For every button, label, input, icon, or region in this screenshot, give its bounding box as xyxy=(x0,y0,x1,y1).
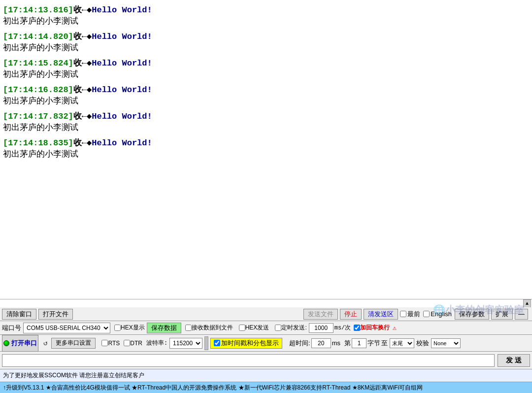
english-checkbox[interactable] xyxy=(423,311,430,317)
baud-label: 波特率: xyxy=(146,339,167,347)
last-checkbox-label[interactable]: 最前 xyxy=(400,310,420,319)
timed-send-input[interactable] xyxy=(309,323,333,333)
hex-send-label[interactable]: HEX发送 xyxy=(239,324,269,332)
terminal-message: Hello World! xyxy=(92,5,152,15)
terminal-message: Hello World! xyxy=(92,112,152,121)
english-checkbox-label[interactable]: English xyxy=(423,310,452,318)
terminal-message: Hello World! xyxy=(92,32,152,41)
multi-port-button[interactable]: 更多串口设置 xyxy=(51,338,96,349)
terminal-label: 收←◆ xyxy=(73,85,92,95)
newline-checkbox[interactable] xyxy=(354,325,360,331)
terminal-line: [17:14:15.824]收←◆Hello World! xyxy=(3,57,529,68)
timeout-input[interactable] xyxy=(311,338,331,348)
terminal-message: Hello World! xyxy=(92,85,152,95)
terminal-entry: [17:14:14.820]收←◆Hello World!初出茅庐的小李测试 xyxy=(3,31,529,53)
timeout-unit: ms xyxy=(332,339,340,347)
terminal-entry: [17:14:15.824]收←◆Hello World!初出茅庐的小李测试 xyxy=(3,57,529,80)
separator xyxy=(204,336,208,350)
status-text: 为了更好地发展SSCOM软件 请您注册嘉立创结尾客户 xyxy=(3,371,144,380)
terminal-timestamp: [17:14:15.824] xyxy=(3,59,73,68)
terminal-area: [17:14:13.816]收←◆Hello World!初出茅庐的小李测试[1… xyxy=(0,0,532,299)
status-bar: 为了更好地发展SSCOM软件 请您注册嘉立创结尾客户 xyxy=(0,369,532,382)
terminal-timestamp: [17:14:18.835] xyxy=(3,138,73,148)
open-file-button[interactable]: 打开文件 xyxy=(38,309,73,320)
port-label: 端口号 xyxy=(2,324,21,332)
byte-from-input[interactable] xyxy=(352,338,366,348)
ticker-text: ↑升级到V5.13.1 ★合宙高性价比4G模块值得一试 ★RT-Thread中国… xyxy=(3,384,423,392)
hex-send-checkbox[interactable] xyxy=(239,325,245,331)
dtr-label[interactable]: DTR xyxy=(124,340,142,347)
stop-button[interactable]: 停止 xyxy=(340,309,362,320)
newline-warning-icon: ⚠ xyxy=(393,324,397,332)
send-row: 发 送 xyxy=(0,352,532,369)
add-timestamp-label[interactable]: 加时间戳和分包显示 xyxy=(210,338,282,349)
terminal-chinese: 初出茅庐的小李测试 xyxy=(3,148,529,160)
terminal-timestamp: [17:14:13.816] xyxy=(3,5,73,15)
dtr-checkbox[interactable] xyxy=(124,340,130,346)
terminal-timestamp: [17:14:14.820] xyxy=(3,32,73,41)
open-port-button[interactable]: 打开串口 xyxy=(11,336,37,350)
terminal-timestamp: [17:14:17.832] xyxy=(3,112,73,121)
add-timestamp-checkbox[interactable] xyxy=(214,340,220,346)
baud-select[interactable]: 115200 9600 38400 57600 xyxy=(169,338,202,349)
byte-end-select[interactable]: 末尾 xyxy=(390,338,414,348)
timed-send-checkbox[interactable] xyxy=(275,325,281,331)
receive-to-file-checkbox[interactable] xyxy=(185,325,192,331)
terminal-message: Hello World! xyxy=(92,59,152,68)
terminal-chinese: 初出茅庐的小李测试 xyxy=(3,42,529,53)
terminal-entry: [17:14:16.828]收←◆Hello World!初出茅庐的小李测试 xyxy=(3,84,529,106)
checksum-label: 校验 xyxy=(416,339,429,348)
terminal-chinese: 初出茅庐的小李测试 xyxy=(3,122,529,133)
timeout-area: 超时间: ms 第 字节 至 末尾 校验 None CRC16 SUM xyxy=(289,338,461,348)
rts-label[interactable]: RTS xyxy=(101,340,120,347)
clear-window-button[interactable]: 清除窗口 xyxy=(2,309,36,320)
terminal-label: 收←◆ xyxy=(73,59,92,68)
terminal-label: 收←◆ xyxy=(73,112,92,121)
terminal-line: [17:14:16.828]收←◆Hello World! xyxy=(3,84,529,95)
byte-from-label: 第 xyxy=(344,339,351,348)
terminal-chinese: 初出茅庐的小李测试 xyxy=(3,95,529,106)
bottom-area: 清除窗口 打开文件 发送文件 停止 清发送区 最前 English 保存参数 扩… xyxy=(0,307,532,393)
send-button[interactable]: 发 送 xyxy=(498,354,530,367)
hex-display-checkbox[interactable] xyxy=(114,325,121,331)
terminal-line: [17:14:13.816]收←◆Hello World! xyxy=(3,4,529,15)
green-dot xyxy=(3,340,9,346)
terminal-label: 收←◆ xyxy=(73,138,92,148)
save-data-button[interactable]: 保存数据 xyxy=(147,323,181,333)
bottom-ticker: ↑升级到V5.13.1 ★合宙高性价比4G模块值得一试 ★RT-Thread中国… xyxy=(0,382,532,393)
terminal-message: Hello World! xyxy=(92,138,152,148)
send-file-button: 发送文件 xyxy=(303,309,338,320)
save-param-button[interactable]: 保存参数 xyxy=(455,309,489,320)
toolbar-row1: 清除窗口 打开文件 发送文件 停止 清发送区 最前 English 保存参数 扩… xyxy=(0,307,532,321)
byte-unit-label: 字节 xyxy=(367,339,380,348)
terminal-timestamp: [17:14:16.828] xyxy=(3,85,73,95)
minimize-button[interactable]: — xyxy=(515,309,528,320)
byte-to-label: 至 xyxy=(381,339,388,348)
rts-checkbox[interactable] xyxy=(101,340,108,346)
clear-send-button[interactable]: 清发送区 xyxy=(364,309,398,320)
send-input[interactable] xyxy=(2,354,495,367)
terminal-line: [17:14:14.820]收←◆Hello World! xyxy=(3,31,529,42)
terminal-chinese: 初出茅庐的小李测试 xyxy=(3,15,529,27)
terminal-entry: [17:14:13.816]收←◆Hello World!初出茅庐的小李测试 xyxy=(3,4,529,27)
terminal-chinese: 初出茅庐的小李测试 xyxy=(3,68,529,80)
receive-to-file-label[interactable]: 接收数据到文件 xyxy=(185,324,233,332)
checksum-select[interactable]: None CRC16 SUM xyxy=(431,338,461,348)
timed-unit-label: ms/次 xyxy=(334,324,351,332)
terminal-entry: [17:14:17.832]收←◆Hello World!初出茅庐的小李测试 xyxy=(3,110,529,133)
terminal-label: 收←◆ xyxy=(73,5,92,15)
terminal-label: 收←◆ xyxy=(73,32,92,41)
port-select[interactable]: COM5 USB-SERIAL CH340 xyxy=(23,323,110,333)
expand-button[interactable]: 扩展 xyxy=(491,309,513,320)
timed-send-label[interactable]: 定时发送: xyxy=(275,324,306,332)
timeout-label: 超时间: xyxy=(289,339,310,348)
terminal-line: [17:14:18.835]收←◆Hello World! xyxy=(3,137,529,148)
last-checkbox[interactable] xyxy=(400,311,406,317)
toolbar-row3: 打开串口 ↺ 更多串口设置 RTS DTR 波特率: 115200 9600 3… xyxy=(0,335,532,352)
terminal-line: [17:14:17.832]收←◆Hello World! xyxy=(3,110,529,122)
refresh-icon[interactable]: ↺ xyxy=(43,339,47,347)
newline-label[interactable]: 加回车换行 xyxy=(354,324,390,332)
terminal-entry: [17:14:18.835]收←◆Hello World!初出茅庐的小李测试 xyxy=(3,137,529,160)
hex-display-label[interactable]: HEX显示 xyxy=(114,324,145,332)
toolbar-row2: 端口号 COM5 USB-SERIAL CH340 HEX显示 保存数据 接收数… xyxy=(0,321,532,335)
